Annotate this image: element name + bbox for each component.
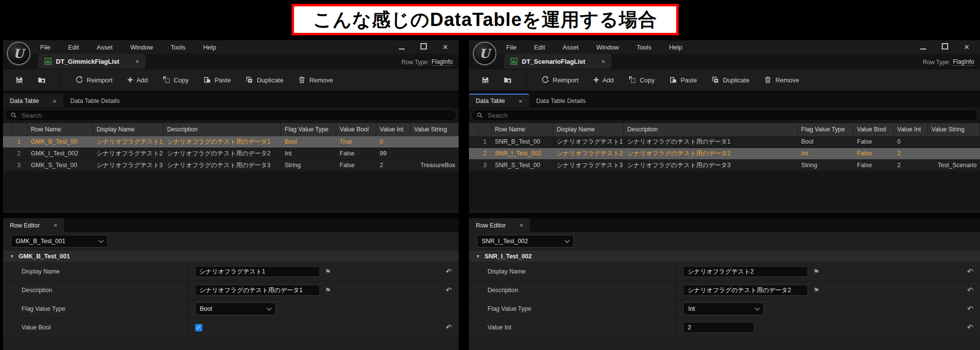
col-description[interactable]: Description — [624, 123, 798, 136]
menu-window[interactable]: Window — [596, 44, 619, 51]
tab-data-table[interactable]: Data Table × — [3, 94, 63, 107]
expand-triangle-icon[interactable]: ▼ — [476, 254, 480, 259]
tab-close-icon[interactable]: × — [519, 222, 523, 229]
menu-help[interactable]: Help — [669, 44, 682, 51]
col-flag-value-type[interactable]: Flag Value Type — [798, 123, 854, 136]
menu-tools[interactable]: Tools — [171, 44, 185, 51]
desktop: こんな感じのDataTableを運用する場合 U File Edit Asset… — [0, 0, 980, 350]
save-button[interactable] — [16, 76, 23, 84]
reset-to-default-icon[interactable]: ↶ — [967, 323, 973, 332]
flag-value-type-dropdown[interactable]: Int — [683, 302, 764, 315]
paste-button[interactable]: Paste — [669, 76, 697, 84]
tab-close-icon[interactable]: × — [519, 98, 523, 105]
value-bool-checkbox[interactable]: ✓ — [195, 324, 202, 331]
tab-row-editor[interactable]: Row Editor × — [469, 218, 530, 232]
tab-data-table[interactable]: Data Table × — [469, 94, 529, 107]
minimize-button[interactable] — [399, 43, 405, 51]
reset-to-default-icon[interactable]: ↶ — [967, 267, 973, 276]
tab-close-icon[interactable]: × — [601, 58, 605, 65]
duplicate-button[interactable]: Duplicate — [245, 76, 283, 84]
col-display-name[interactable]: Display Name — [93, 123, 164, 136]
paste-button[interactable]: Paste — [203, 76, 231, 84]
reset-to-default-icon[interactable]: ↶ — [967, 286, 973, 295]
col-value-bool[interactable]: Value Bool — [854, 123, 894, 136]
search-input[interactable] — [487, 111, 973, 120]
row-type-link[interactable]: FlagInfo — [432, 58, 453, 66]
description-input[interactable] — [195, 285, 320, 296]
flag-value-type-dropdown[interactable]: Bool — [195, 302, 276, 315]
row-select-dropdown[interactable]: GMK_B_Test_001 — [11, 235, 108, 248]
table-row[interactable]: 3 SNR_S_Test_00 シナリオフラグテスト3 シナリオフラグのテスト用… — [469, 160, 980, 172]
table-row[interactable]: 3 GMK_S_Test_00 シナリオフラグテスト3 シナリオフラグのテスト用… — [3, 160, 459, 172]
reimport-button[interactable]: Reimport — [541, 76, 579, 84]
display-name-input[interactable] — [195, 266, 320, 277]
row-type-link[interactable]: FlagInfo — [953, 58, 974, 66]
search-box[interactable] — [471, 109, 978, 121]
row-select-dropdown[interactable]: SNR_I_Test_002 — [477, 235, 574, 248]
menu-tools[interactable]: Tools — [637, 44, 651, 51]
row-section-header[interactable]: ▼ SNR_I_Test_002 — [469, 250, 980, 263]
copy-button[interactable]: Copy — [629, 76, 655, 84]
remove-button[interactable]: Remove — [764, 76, 799, 84]
expand-triangle-icon[interactable]: ▼ — [10, 254, 14, 259]
menu-asset[interactable]: Asset — [97, 44, 113, 51]
table-row[interactable]: 2 SNR_I_Test_002 シナリオフラグテスト2 シナリオフラグのテスト… — [469, 148, 980, 160]
tab-close-icon[interactable]: × — [53, 98, 57, 105]
menu-help[interactable]: Help — [203, 44, 216, 51]
minimize-button[interactable] — [920, 43, 926, 51]
display-name-input[interactable] — [683, 266, 808, 277]
menu-file[interactable]: File — [40, 44, 50, 51]
table-row[interactable]: 1 SNR_B_Test_00 シナリオフラグテスト1 シナリオフラグのテスト用… — [469, 136, 980, 148]
col-value-string[interactable]: Value String — [928, 123, 980, 136]
browse-button[interactable] — [504, 76, 512, 84]
asset-tab-gimmick-flaglist[interactable]: DT_GimmickFlagList × — [38, 54, 146, 69]
reset-to-default-icon[interactable]: ↶ — [445, 267, 452, 276]
close-button[interactable]: × — [964, 43, 969, 51]
col-row-name[interactable]: Row Name — [491, 123, 553, 136]
menu-edit[interactable]: Edit — [534, 44, 545, 51]
browse-button[interactable] — [38, 76, 46, 84]
menu-window[interactable]: Window — [130, 44, 153, 51]
reset-to-default-icon[interactable]: ↶ — [967, 304, 973, 313]
col-description[interactable]: Description — [164, 123, 281, 136]
duplicate-button[interactable]: Duplicate — [711, 76, 749, 84]
tab-data-table-details[interactable]: Data Table Details — [529, 94, 592, 107]
col-row-name[interactable]: Row Name — [27, 123, 93, 136]
menu-asset[interactable]: Asset — [563, 44, 579, 51]
menu-edit[interactable]: Edit — [68, 44, 79, 51]
close-button[interactable]: × — [442, 43, 448, 51]
row-section-header[interactable]: ▼ GMK_B_Test_001 — [3, 250, 459, 263]
tab-data-table-details[interactable]: Data Table Details — [63, 94, 126, 107]
save-button[interactable] — [482, 76, 489, 84]
panel-splitter[interactable] — [3, 212, 459, 218]
copy-button[interactable]: Copy — [163, 76, 189, 84]
menu-file[interactable]: File — [506, 44, 516, 51]
col-display-name[interactable]: Display Name — [553, 123, 624, 136]
add-button[interactable]: + Add — [593, 75, 614, 85]
maximize-button[interactable] — [942, 43, 948, 51]
table-row[interactable]: 2 GMK_I_Test_002 シナリオフラグテスト2 シナリオフラグのテスト… — [3, 148, 459, 160]
table-row[interactable]: 1 GMK_B_Test_00 シナリオフラグテスト1 シナリオフラグのテスト用… — [3, 136, 459, 148]
col-value-string[interactable]: Value String — [411, 123, 459, 136]
search-input[interactable] — [21, 111, 451, 120]
reset-to-default-icon[interactable]: ↶ — [445, 323, 452, 332]
unreal-logo-icon[interactable]: U — [473, 42, 496, 65]
reimport-button[interactable]: Reimport — [75, 76, 113, 84]
col-value-int[interactable]: Value Int — [894, 123, 928, 136]
unreal-logo-icon[interactable]: U — [7, 42, 30, 65]
tab-row-editor[interactable]: Row Editor × — [3, 218, 64, 232]
maximize-button[interactable] — [420, 43, 427, 51]
asset-tab-scenario-flaglist[interactable]: DT_ScenarioFlagList × — [504, 54, 612, 69]
reset-to-default-icon[interactable]: ↶ — [445, 286, 452, 295]
tab-close-icon[interactable]: × — [53, 222, 57, 229]
col-value-bool[interactable]: Value Bool — [336, 123, 376, 136]
remove-button[interactable]: Remove — [298, 76, 333, 84]
add-button[interactable]: + Add — [127, 75, 148, 85]
value-int-input[interactable] — [683, 322, 754, 333]
search-box[interactable] — [5, 109, 457, 121]
tab-close-icon[interactable]: × — [135, 58, 139, 65]
col-value-int[interactable]: Value Int — [376, 123, 411, 136]
panel-splitter[interactable] — [469, 212, 980, 218]
col-flag-value-type[interactable]: Flag Value Type — [281, 123, 336, 136]
description-input[interactable] — [683, 285, 808, 296]
